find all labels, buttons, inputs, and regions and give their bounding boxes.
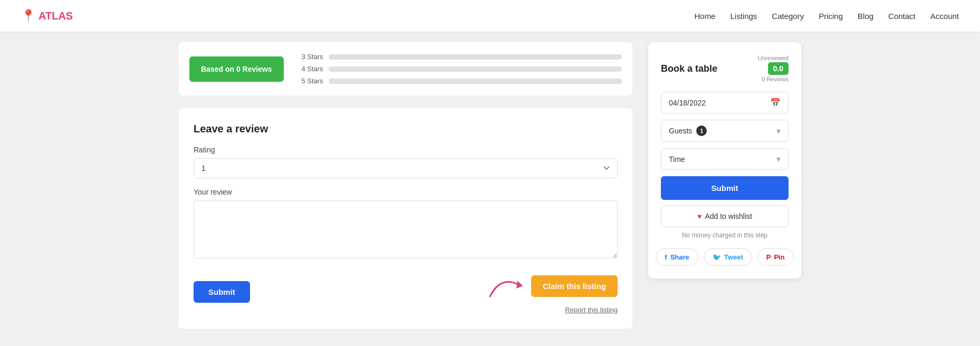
star-label-3: 3 Stars [300, 53, 323, 61]
calendar-icon: 📅 [770, 98, 781, 108]
logo-icon: 📍 [21, 9, 35, 23]
stars-breakdown: 3 Stars 4 Stars 5 Stars [300, 53, 622, 85]
arrow-wrapper: Claim this listing [485, 270, 618, 302]
left-column: Based on 0 Reviews 3 Stars 4 Stars 5 Sta… [179, 42, 632, 329]
star-label-5: 5 Stars [300, 77, 323, 85]
guests-field[interactable]: Guests 1 ▾ [661, 120, 789, 142]
logo-text: ATLAS [39, 10, 73, 22]
booking-rating-area: Unreviewed 0.0 0 Reviews [758, 55, 789, 82]
tweet-label: Tweet [724, 253, 743, 261]
social-buttons: f Share 🐦 Tweet P Pin [661, 248, 789, 266]
unreviewed-label: Unreviewed [758, 55, 789, 61]
star-label-4: 4 Stars [300, 65, 323, 73]
booking-header: Book a table Unreviewed 0.0 0 Reviews [661, 55, 789, 82]
nav-listings[interactable]: Listings [730, 12, 757, 21]
share-facebook-button[interactable]: f Share [656, 248, 698, 266]
share-label: Share [670, 253, 689, 261]
time-chevron-icon: ▾ [776, 154, 781, 164]
logo[interactable]: 📍 ATLAS [21, 9, 73, 23]
booking-submit-button[interactable]: Submit [661, 176, 789, 200]
star-bar-4 [329, 66, 622, 72]
wishlist-label: Add to wishlist [705, 212, 752, 220]
rating-label: Rating [194, 146, 618, 154]
pinterest-icon: P [766, 253, 771, 261]
nav-contact[interactable]: Contact [888, 12, 916, 21]
facebook-icon: f [665, 253, 667, 261]
booking-title: Book a table [661, 63, 717, 74]
twitter-icon: 🐦 [713, 253, 721, 261]
star-bar-3 [329, 54, 622, 60]
review-group: Your review [194, 188, 618, 261]
rating-select[interactable]: 1 2 3 4 5 [194, 158, 618, 178]
claim-area: Claim this listing Report this listing [485, 270, 618, 314]
guests-label: Guests [669, 127, 692, 135]
pin-button[interactable]: P Pin [757, 248, 794, 266]
date-value: 04/18/2022 [669, 99, 706, 107]
tweet-button[interactable]: 🐦 Tweet [704, 248, 752, 266]
arrow-icon [485, 270, 527, 302]
nav-home[interactable]: Home [694, 12, 715, 21]
star-row-3: 3 Stars [300, 53, 622, 61]
star-bar-5 [329, 79, 622, 84]
guest-count-badge: 1 [696, 126, 707, 136]
star-row-4: 4 Stars [300, 65, 622, 73]
booking-card: Book a table Unreviewed 0.0 0 Reviews 04… [648, 42, 801, 278]
pin-label: Pin [774, 253, 784, 261]
guests-chevron-icon: ▾ [776, 126, 781, 136]
form-actions: Submit Claim this listing Report this li… [194, 270, 618, 314]
no-charge-label: No money charged in this step [661, 232, 789, 239]
time-field[interactable]: Time ▾ [661, 148, 789, 170]
report-listing-link[interactable]: Report this listing [565, 306, 618, 314]
review-section: Leave a review Rating 1 2 3 4 5 Your rev… [179, 108, 632, 329]
date-field[interactable]: 04/18/2022 📅 [661, 92, 789, 113]
svg-marker-0 [516, 281, 523, 289]
right-column: Book a table Unreviewed 0.0 0 Reviews 04… [648, 42, 801, 329]
nav-account[interactable]: Account [930, 12, 959, 21]
rating-group: Rating 1 2 3 4 5 [194, 146, 618, 178]
time-label: Time [669, 155, 685, 164]
review-label: Your review [194, 188, 618, 196]
reviews-count: 0 Reviews [762, 76, 789, 82]
rating-badge: 0.0 [768, 62, 789, 75]
review-title: Leave a review [194, 123, 618, 135]
rating-summary: Based on 0 Reviews 3 Stars 4 Stars 5 Sta… [179, 42, 632, 95]
nav-category[interactable]: Category [772, 12, 804, 21]
review-textarea[interactable] [194, 200, 618, 258]
nav-pricing[interactable]: Pricing [819, 12, 843, 21]
star-row-5: 5 Stars [300, 77, 622, 85]
claim-listing-button[interactable]: Claim this listing [531, 275, 618, 297]
submit-review-button[interactable]: Submit [194, 281, 250, 303]
add-to-wishlist-button[interactable]: ♥ Add to wishlist [661, 205, 789, 227]
heart-icon: ♥ [697, 212, 702, 220]
based-on-badge: Based on 0 Reviews [189, 56, 284, 82]
nav-blog[interactable]: Blog [858, 12, 873, 21]
main-nav: Home Listings Category Pricing Blog Cont… [694, 12, 959, 21]
guests-row: Guests 1 [669, 126, 707, 136]
